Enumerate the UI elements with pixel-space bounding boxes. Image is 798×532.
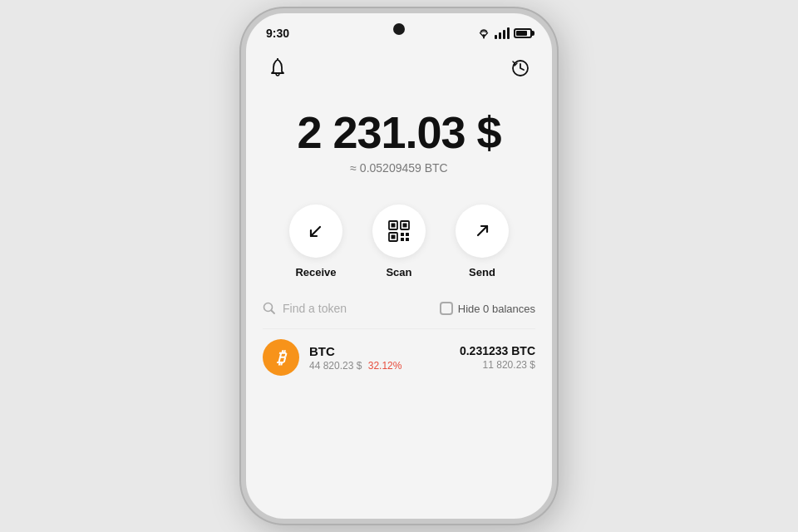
svg-rect-13 [406, 238, 409, 241]
token-symbol: BTC [309, 344, 450, 358]
token-balance-amount: 0.231233 BTC [460, 344, 535, 357]
scan-button[interactable] [372, 204, 426, 258]
search-placeholder[interactable]: Find a token [283, 302, 347, 315]
top-bar [263, 47, 535, 93]
send-action[interactable]: Send [456, 204, 509, 278]
camera-notch [393, 23, 405, 35]
token-balance: 0.231233 BTC 11 820.23 $ [460, 344, 535, 371]
wifi-icon [477, 28, 490, 39]
history-icon [510, 58, 530, 78]
svg-rect-9 [392, 235, 396, 239]
app-content: 2 231.03 $ ≈ 0.05209459 BTC Receive [246, 47, 552, 519]
hide-balance-toggle[interactable]: Hide 0 balances [440, 302, 535, 315]
svg-rect-7 [403, 224, 407, 228]
phone-screen: 9:30 [246, 13, 552, 519]
bell-icon [268, 58, 287, 78]
token-price: 44 820.23 $ 32.12% [309, 360, 450, 372]
balance-section: 2 231.03 $ ≈ 0.05209459 BTC [263, 93, 535, 181]
token-list: ₿ BTC 44 820.23 $ 32.12% 0.231233 BTC 11… [263, 328, 535, 519]
svg-line-14 [478, 226, 487, 235]
search-icon [263, 302, 276, 315]
svg-rect-10 [401, 233, 404, 236]
svg-rect-5 [392, 224, 396, 228]
token-price-change: 32.12% [368, 360, 402, 372]
token-logo-btc: ₿ [263, 339, 299, 376]
receive-icon [305, 220, 327, 242]
search-bar: Find a token Hide 0 balances [263, 295, 535, 328]
send-icon [471, 220, 493, 242]
actions-row: Receive [263, 181, 535, 295]
notification-button[interactable] [263, 53, 293, 83]
hide-balance-checkbox[interactable] [440, 302, 453, 315]
token-item[interactable]: ₿ BTC 44 820.23 $ 32.12% 0.231233 BTC 11… [263, 328, 535, 386]
balance-amount: 2 231.03 $ [263, 110, 535, 155]
receive-label: Receive [295, 266, 336, 278]
svg-line-3 [311, 227, 320, 236]
token-balance-usd: 11 820.23 $ [460, 359, 535, 371]
svg-line-16 [272, 311, 275, 314]
scan-action[interactable]: Scan [372, 204, 426, 278]
status-icons [477, 27, 532, 39]
svg-rect-12 [401, 238, 404, 241]
token-info-btc: BTC 44 820.23 $ 32.12% [309, 344, 450, 372]
status-time: 9:30 [266, 27, 289, 40]
signal-icon [495, 27, 510, 39]
scan-label: Scan [386, 266, 411, 278]
receive-action[interactable]: Receive [289, 204, 342, 278]
svg-rect-11 [406, 233, 409, 236]
search-left: Find a token [263, 302, 347, 315]
receive-button[interactable] [289, 204, 342, 258]
phone-frame: 9:30 [241, 8, 557, 524]
svg-point-0 [483, 37, 485, 38]
balance-btc: ≈ 0.05209459 BTC [263, 161, 535, 175]
send-label: Send [469, 266, 495, 278]
send-button[interactable] [456, 204, 509, 258]
history-button[interactable] [505, 53, 535, 83]
hide-balance-label: Hide 0 balances [458, 303, 535, 315]
qr-icon [387, 219, 411, 244]
battery-icon [514, 28, 532, 38]
